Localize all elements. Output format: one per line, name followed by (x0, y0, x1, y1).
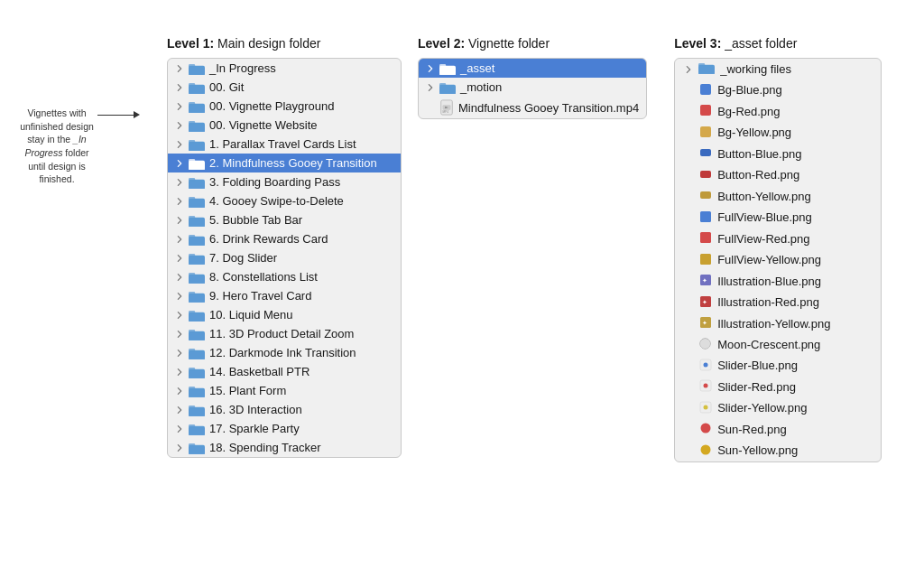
folder-icon (189, 252, 205, 265)
svg-rect-60 (700, 254, 711, 265)
file-label: 00. Vignette Website (209, 118, 318, 132)
file-label: 11. 3D Product Detail Zoom (209, 327, 354, 340)
chevron-icon (175, 406, 184, 415)
col1-item-9[interactable]: 6. Drink Rewards Card (168, 229, 401, 248)
svg-rect-23 (189, 273, 195, 276)
col3-item-10[interactable]: ✦Illustration-Blue.png (675, 271, 881, 293)
col3-item-8[interactable]: FullView-Red.png (675, 228, 881, 250)
col1-item-15[interactable]: 12. Darkmode Ink Transition (168, 343, 401, 362)
column-3: Level 3: _asset folder _working filesBg-… (674, 36, 882, 462)
svg-rect-29 (189, 330, 195, 333)
col1-item-17[interactable]: 15. Plant Form (168, 381, 401, 400)
svg-rect-31 (189, 349, 195, 352)
column-1: Level 1: Main design folder _In Progress… (167, 36, 402, 458)
col3-item-14[interactable]: Slider-Blue.png (675, 355, 881, 377)
chevron-icon (175, 102, 184, 111)
file-label: 15. Plant Form (209, 384, 286, 397)
col3-item-7[interactable]: FullView-Blue.png (675, 207, 881, 228)
svg-point-74 (700, 424, 710, 434)
col1-item-20[interactable]: 18. Spending Tracker (168, 438, 401, 457)
file-label: Sun-Yellow.png (717, 443, 798, 457)
col1-item-7[interactable]: 4. Gooey Swipe-to-Delete (168, 191, 401, 210)
folder-icon (189, 309, 205, 322)
file-label: 00. Git (209, 80, 244, 94)
chevron-icon (426, 64, 435, 73)
col1-item-3[interactable]: 00. Vignette Website (168, 116, 401, 135)
file-label: 8. Constellations List (209, 270, 318, 284)
col1-item-13[interactable]: 10. Liquid Menu (168, 305, 401, 324)
file-label: 18. Spending Tracker (209, 441, 321, 454)
chevron-icon (175, 424, 184, 434)
col1-item-11[interactable]: 8. Constellations List (168, 267, 401, 286)
svg-rect-1 (189, 64, 195, 68)
svg-text:✦: ✦ (702, 277, 707, 284)
col1-item-14[interactable]: 11. 3D Product Detail Zoom (168, 324, 401, 343)
col3-item-6[interactable]: Button-Yellow.png (675, 186, 881, 208)
col1-item-19[interactable]: 17. Sparkle Party (168, 419, 401, 438)
col3-item-5[interactable]: Button-Red.png (675, 164, 881, 186)
file-type-icon (698, 104, 712, 120)
svg-rect-21 (189, 254, 195, 257)
svg-point-69 (703, 362, 707, 367)
svg-rect-33 (189, 368, 195, 371)
svg-point-75 (700, 444, 710, 454)
col3-item-11[interactable]: ✦Illustration-Red.png (675, 292, 881, 313)
file-label: Mindfulness Gooey Transition.mp4 (458, 101, 639, 115)
col3-item-13[interactable]: Moon-Crescent.png (675, 334, 881, 355)
chevron-icon (175, 178, 184, 187)
file-label: Illustration-Blue.png (717, 275, 821, 288)
col3-item-9[interactable]: FullView-Yellow.png (675, 249, 881, 271)
chevron-icon (175, 235, 184, 244)
col3-item-16[interactable]: Slider-Yellow.png (675, 397, 881, 419)
svg-rect-58 (700, 211, 711, 222)
col1-item-4[interactable]: 1. Parallax Travel Cards List (168, 135, 401, 154)
col3-item-0[interactable]: _working files (675, 59, 881, 79)
file-label: 6. Drink Rewards Card (209, 232, 328, 246)
svg-rect-19 (189, 235, 195, 238)
file-type-icon (698, 422, 712, 438)
col1-item-10[interactable]: 7. Dog Slider (168, 248, 401, 267)
chevron-icon (175, 83, 184, 92)
col3-item-18[interactable]: Sun-Yellow.png (675, 440, 881, 461)
col1-item-2[interactable]: 00. Vignette Playground (168, 97, 401, 116)
svg-rect-27 (189, 311, 195, 314)
col1-item-5[interactable]: 2. Mindfulness Gooey Transition (168, 154, 401, 172)
col3-item-1[interactable]: Bg-Blue.png (675, 79, 881, 101)
chevron-icon (175, 387, 184, 396)
file-type-icon: ✦ (698, 294, 712, 311)
col3-item-12[interactable]: ✦Illustration-Yellow.png (675, 313, 881, 335)
folder-icon (189, 366, 205, 378)
col1-item-8[interactable]: 5. Bubble Tab Bar (168, 210, 401, 229)
file-label: 3. Folding Boarding Pass (209, 175, 340, 189)
svg-rect-54 (700, 126, 711, 137)
svg-rect-11 (189, 159, 195, 163)
file-label: 17. Sparkle Party (209, 422, 300, 435)
col1-item-0[interactable]: _In Progress (168, 59, 401, 78)
chevron-icon (175, 197, 184, 206)
annotation-arrowhead (134, 111, 140, 118)
col3-item-2[interactable]: Bg-Red.png (675, 101, 881, 123)
folder-icon (189, 62, 205, 75)
svg-rect-43 (439, 64, 446, 68)
chevron-icon (175, 140, 184, 149)
file-type-icon (698, 252, 712, 268)
chevron-icon (175, 368, 184, 377)
col1-item-16[interactable]: 14. Basketball PTR (168, 362, 401, 381)
col2-item-0[interactable]: _asset (419, 59, 646, 78)
svg-rect-45 (439, 83, 446, 87)
svg-text:MP4: MP4 (443, 110, 449, 114)
col1-item-1[interactable]: 00. Git (168, 78, 401, 97)
col1-item-6[interactable]: 3. Folding Boarding Pass (168, 172, 401, 191)
col3-item-17[interactable]: Sun-Red.png (675, 419, 881, 441)
col3-item-3[interactable]: Bg-Yellow.png (675, 122, 881, 144)
file-label: Sun-Red.png (717, 423, 787, 436)
col3-item-4[interactable]: Button-Blue.png (675, 144, 881, 165)
col2-item-1[interactable]: _motion (419, 78, 646, 97)
col2-item-2[interactable]: MP4 Mindfulness Gooey Transition.mp4 (419, 97, 646, 118)
file-label: Button-Yellow.png (717, 190, 811, 203)
col3-item-15[interactable]: Slider-Red.png (675, 377, 881, 398)
svg-rect-17 (189, 216, 195, 219)
col1-item-12[interactable]: 9. Hero Travel Card (168, 286, 401, 305)
col1-item-18[interactable]: 16. 3D Interaction (168, 400, 401, 419)
folder-icon (189, 290, 205, 303)
